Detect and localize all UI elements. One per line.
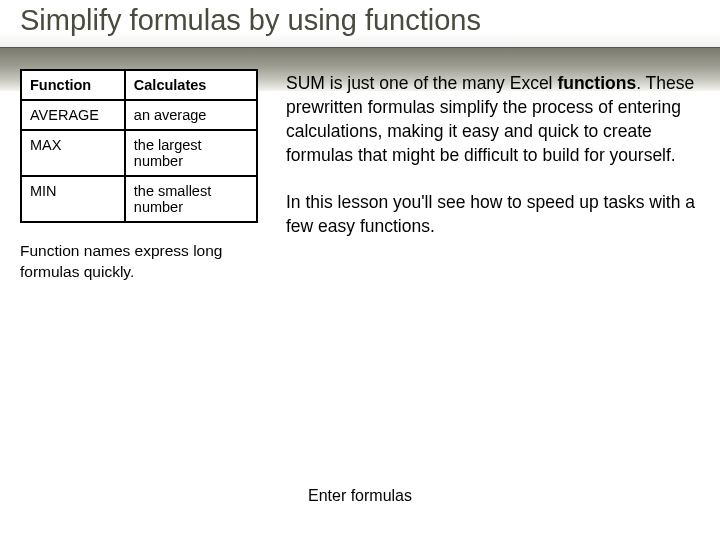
fn-name-cell: MIN xyxy=(21,176,125,222)
table-header-function: Function xyxy=(21,70,125,100)
fn-desc-cell: an average xyxy=(125,100,257,130)
fn-name-cell: MAX xyxy=(21,130,125,176)
title-bar: Simplify formulas by using functions xyxy=(0,0,720,48)
right-column: SUM is just one of the many Excel functi… xyxy=(286,69,700,283)
left-column: Function Calculates AVERAGE an average M… xyxy=(20,69,258,283)
table-caption: Function names express long formulas qui… xyxy=(20,241,258,283)
table-row: MAX the largest number xyxy=(21,130,257,176)
slide-title: Simplify formulas by using functions xyxy=(20,4,700,37)
body-paragraph-1: SUM is just one of the many Excel functi… xyxy=(286,71,700,168)
p1-lead: SUM is just one of the many Excel xyxy=(286,73,557,93)
fn-desc-cell: the smallest number xyxy=(125,176,257,222)
functions-table: Function Calculates AVERAGE an average M… xyxy=(20,69,258,223)
footer-text: Enter formulas xyxy=(0,487,720,505)
body-paragraph-2: In this lesson you'll see how to speed u… xyxy=(286,190,700,238)
p1-bold: functions xyxy=(557,73,636,93)
fn-desc-cell: the largest number xyxy=(125,130,257,176)
content-area: Function Calculates AVERAGE an average M… xyxy=(0,69,720,283)
table-header-row: Function Calculates xyxy=(21,70,257,100)
table-row: MIN the smallest number xyxy=(21,176,257,222)
table-row: AVERAGE an average xyxy=(21,100,257,130)
fn-name-cell: AVERAGE xyxy=(21,100,125,130)
table-header-calculates: Calculates xyxy=(125,70,257,100)
